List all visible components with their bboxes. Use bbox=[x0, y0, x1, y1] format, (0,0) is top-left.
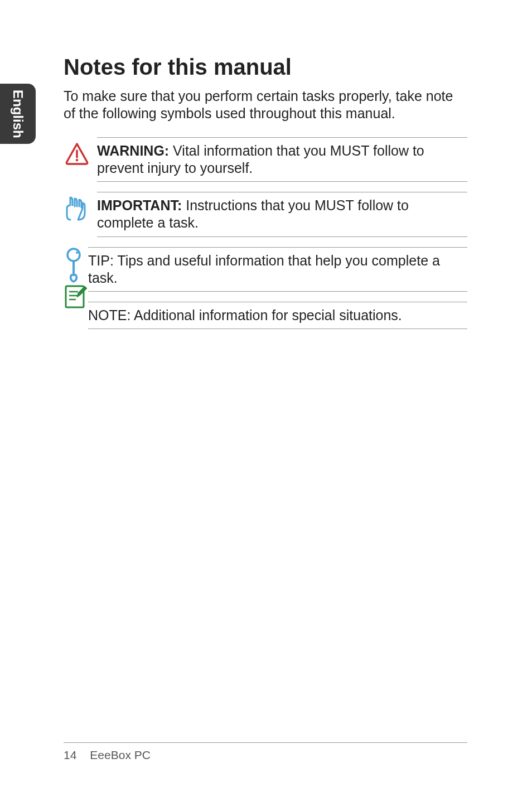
note-label: NOTE: bbox=[88, 307, 130, 323]
tip-note-group: TIP: Tips and useful information that he… bbox=[64, 247, 467, 330]
note-body: Additional information for special situa… bbox=[130, 307, 402, 323]
important-block: IMPORTANT: Instructions that you MUST fo… bbox=[64, 192, 467, 237]
tip-icon bbox=[64, 247, 88, 284]
tip-text-box: TIP: Tips and useful information that he… bbox=[88, 247, 467, 292]
important-icon bbox=[64, 192, 97, 223]
side-tab-label: English bbox=[10, 90, 26, 138]
important-text: IMPORTANT: Instructions that you MUST fo… bbox=[97, 197, 467, 232]
svg-rect-4 bbox=[66, 286, 84, 307]
warning-label: WARNING: bbox=[97, 143, 169, 158]
warning-text-box: WARNING: Vital information that you MUST… bbox=[97, 137, 467, 182]
tip-note-icons bbox=[64, 247, 88, 330]
intro-paragraph: To make sure that you perform certain ta… bbox=[64, 88, 467, 123]
tip-note-texts: TIP: Tips and useful information that he… bbox=[88, 247, 467, 330]
page-content: Notes for this manual To make sure that … bbox=[64, 55, 467, 329]
footer-title: EeeBox PC bbox=[90, 748, 151, 762]
page-title: Notes for this manual bbox=[64, 55, 467, 80]
side-tab: English bbox=[0, 84, 36, 144]
svg-point-2 bbox=[67, 249, 80, 261]
warning-text: WARNING: Vital information that you MUST… bbox=[97, 142, 467, 177]
svg-point-3 bbox=[76, 252, 78, 254]
page-footer: 14 EeeBox PC bbox=[64, 742, 467, 762]
page-number: 14 bbox=[64, 748, 76, 762]
note-icon bbox=[64, 284, 88, 310]
warning-icon bbox=[64, 137, 97, 167]
tip-label: TIP: bbox=[88, 253, 114, 268]
important-label: IMPORTANT: bbox=[97, 197, 182, 213]
important-text-box: IMPORTANT: Instructions that you MUST fo… bbox=[97, 192, 467, 237]
tip-body: Tips and useful information that help yo… bbox=[88, 253, 440, 286]
note-text-box: NOTE: Additional information for special… bbox=[88, 302, 467, 329]
svg-point-1 bbox=[76, 158, 78, 161]
warning-block: WARNING: Vital information that you MUST… bbox=[64, 137, 467, 182]
